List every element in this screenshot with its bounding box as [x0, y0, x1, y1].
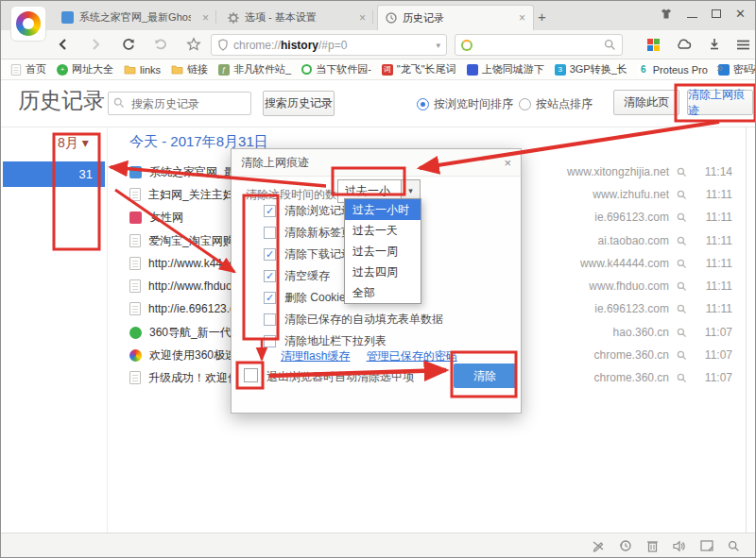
- green-circle-icon: +: [57, 64, 68, 76]
- address-dropdown-icon[interactable]: ▾: [436, 41, 440, 50]
- site-red-favicon: [129, 211, 142, 224]
- session-restore-icon[interactable]: [619, 539, 632, 552]
- search-url-icon[interactable]: [677, 350, 687, 361]
- dropdown-option[interactable]: 过去一天: [345, 220, 421, 241]
- menu-hamburger-icon[interactable]: [736, 38, 750, 55]
- new-tab-button[interactable]: +: [538, 8, 546, 25]
- bookmark-mima[interactable]: 密码破解工具: [718, 62, 755, 76]
- checkbox-icon[interactable]: [264, 313, 276, 326]
- checkbox-icon[interactable]: [264, 270, 276, 282]
- minimize-button[interactable]: [687, 17, 697, 18]
- checkbox-icon[interactable]: [264, 205, 276, 217]
- bookmark-shangrao[interactable]: 上饶同城游下: [467, 62, 544, 76]
- forward-icon[interactable]: [88, 37, 103, 56]
- checkbox-icon[interactable]: [264, 227, 276, 239]
- search-url-icon[interactable]: [677, 190, 687, 200]
- tab-xitongzhijia[interactable]: 系统之家官网_最新Ghost X ×: [54, 5, 216, 30]
- undo-closed-tab-icon[interactable]: [153, 37, 168, 56]
- clear-flash-cache-link[interactable]: 清理flash缓存: [281, 349, 350, 363]
- dropdown-option[interactable]: 过去一小时: [345, 199, 421, 220]
- search-icon: [113, 97, 125, 109]
- search-url-icon[interactable]: [677, 304, 687, 314]
- bookmark-homepage[interactable]: 首页: [10, 62, 46, 76]
- bookmark-lianjie-folder[interactable]: 链接: [171, 62, 208, 76]
- sort-by-time-radio[interactable]: 按浏览时间排序: [417, 96, 513, 112]
- dropdown-option[interactable]: 过去四周: [345, 262, 421, 282]
- 360-browser-favicon: [129, 349, 142, 362]
- favorite-star-icon[interactable]: [186, 37, 201, 56]
- clear-button[interactable]: 清除: [454, 364, 516, 388]
- green-ring-icon: [301, 64, 312, 75]
- checkbox-icon[interactable]: [264, 292, 276, 304]
- speaker-icon[interactable]: [673, 540, 686, 552]
- apps-grid-icon[interactable]: [647, 39, 660, 51]
- close-tab-icon[interactable]: ×: [359, 12, 366, 24]
- checkbox-row[interactable]: 清除下载记录: [264, 245, 352, 263]
- close-tab-icon[interactable]: ×: [202, 12, 209, 24]
- bookmark-longfei[interactable]: 词"龙飞"长尾词: [382, 62, 456, 76]
- search-url-icon[interactable]: [677, 212, 687, 223]
- scrollbar[interactable]: [746, 127, 747, 533]
- trash-icon[interactable]: [646, 539, 659, 552]
- bookmark-dangxia[interactable]: 当下软件园-: [301, 62, 371, 76]
- address-bar[interactable]: chrome://history/#p=0 ▾: [211, 34, 447, 56]
- dropdown-option[interactable]: 过去一周: [345, 241, 421, 262]
- search-input[interactable]: [108, 92, 251, 115]
- back-icon[interactable]: [56, 37, 71, 56]
- checkbox-icon[interactable]: [264, 335, 276, 347]
- close-tab-icon[interactable]: ×: [519, 12, 525, 24]
- radio-selected-icon[interactable]: [417, 98, 429, 110]
- bookmark-wangzhidaquan[interactable]: +网址大全: [57, 62, 113, 76]
- period-dropdown-list: 过去一小时 过去一天 过去一周 过去四周 全部: [344, 198, 421, 304]
- cloud-sync-icon[interactable]: [676, 38, 692, 55]
- maximize-button[interactable]: [712, 9, 721, 18]
- tab-history[interactable]: 历史记录 ×: [377, 5, 534, 30]
- word-red-icon: 词: [382, 64, 393, 76]
- search-url-icon[interactable]: [677, 328, 687, 338]
- checkbox-icon[interactable]: [264, 248, 276, 261]
- screenshot-icon[interactable]: [700, 540, 713, 551]
- radio-icon[interactable]: [519, 98, 531, 110]
- bookmark-3gp[interactable]: 33GP转换_长: [555, 62, 627, 76]
- day-selected-row[interactable]: 31: [3, 161, 105, 187]
- close-window-button[interactable]: ✕: [735, 8, 746, 20]
- browser-logo[interactable]: [10, 6, 46, 42]
- bookmark-proteus[interactable]: 6Proteus Pro: [638, 64, 708, 76]
- search-history-button[interactable]: 搜索历史记录: [263, 91, 335, 116]
- page-title: 历史记录: [18, 86, 105, 115]
- checkbox-row[interactable]: 清除浏览记录: [264, 201, 352, 220]
- close-icon[interactable]: ×: [504, 156, 511, 170]
- bookmarks-overflow-icon[interactable]: »: [716, 61, 723, 75]
- leaf-icon: ƒ: [218, 64, 230, 76]
- refresh-icon[interactable]: [121, 37, 136, 56]
- search-url-icon[interactable]: [677, 281, 687, 292]
- search-url-icon[interactable]: [677, 373, 687, 383]
- sort-by-site-radio[interactable]: 按站点排序: [519, 96, 593, 112]
- search-engine-logo-icon: [461, 40, 472, 51]
- search-url-icon[interactable]: [677, 167, 687, 178]
- theme-shirt-icon[interactable]: [660, 8, 673, 20]
- search-url-icon[interactable]: [677, 259, 687, 269]
- search-icon[interactable]: [604, 39, 616, 51]
- auto-clear-on-exit-checkbox[interactable]: [244, 368, 258, 382]
- zoom-icon[interactable]: [728, 540, 740, 552]
- month-selector[interactable]: 8月 ▾: [58, 135, 89, 152]
- bookmark-links-folder[interactable]: links: [124, 64, 161, 76]
- download-icon[interactable]: [708, 37, 721, 55]
- search-box[interactable]: [455, 34, 623, 56]
- checkbox-row[interactable]: 清空缓存: [264, 266, 330, 285]
- tab-settings[interactable]: 选项 - 基本设置 ×: [220, 5, 373, 30]
- dropdown-option[interactable]: 全部: [345, 282, 421, 303]
- history-search-field[interactable]: [108, 92, 251, 115]
- search-url-icon[interactable]: [677, 236, 687, 246]
- ad-filter-disabled-icon[interactable]: [592, 539, 605, 552]
- clear-traces-button[interactable]: 清除上网痕迹: [687, 90, 753, 115]
- checkbox-row[interactable]: 清除已保存的自动填充表单数据: [264, 310, 443, 329]
- blue-square-icon: [467, 64, 478, 76]
- manage-saved-passwords-link[interactable]: 管理已保存的密码: [367, 349, 457, 363]
- status-bar: [1, 533, 755, 558]
- url-text: chrome://history/#p=0: [233, 39, 347, 52]
- bookmark-feifan[interactable]: ƒ非凡软件站_: [218, 62, 291, 76]
- checkbox-row[interactable]: 清除地址栏下拉列表: [264, 331, 387, 350]
- clear-page-button[interactable]: 清除此页: [613, 90, 679, 115]
